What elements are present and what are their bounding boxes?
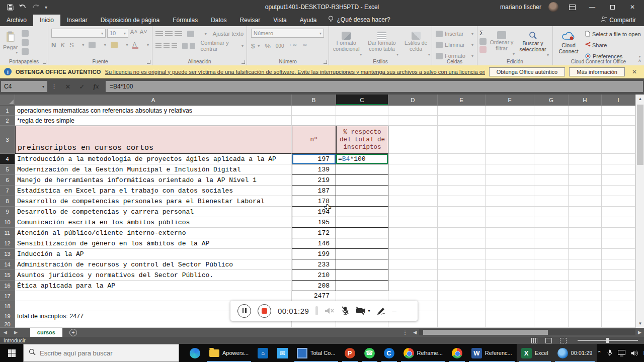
cell-H14[interactable] — [569, 259, 602, 270]
close-button[interactable]: ✕ — [626, 2, 639, 12]
cell-H6[interactable] — [569, 175, 602, 186]
warning-message-link[interactable]: Su licencia no es original y puede ser v… — [105, 69, 485, 75]
taskbar-app-word[interactable]: WReferenc... — [467, 344, 517, 362]
cell-C2[interactable] — [336, 116, 388, 126]
cell-C4[interactable]: =B4*100 — [336, 154, 388, 164]
bold-button[interactable]: N — [51, 41, 56, 49]
cell-D16[interactable] — [388, 281, 438, 291]
merge-center-button[interactable]: Combinar y centrar — [200, 40, 237, 52]
cell-F14[interactable] — [486, 259, 534, 270]
cell-H2[interactable] — [569, 116, 602, 126]
cell-I10[interactable] — [602, 217, 635, 228]
cell-G7[interactable] — [534, 186, 569, 196]
cell-F2[interactable] — [486, 116, 534, 126]
taskbar-app-camtasia[interactable]: C — [379, 344, 399, 362]
cell-D8[interactable] — [388, 196, 438, 207]
cell-D12[interactable] — [388, 238, 438, 249]
tab-formulas[interactable]: Fórmulas — [166, 15, 204, 26]
cell-C6[interactable] — [336, 175, 388, 186]
hscroll-left-icon[interactable]: ◀ — [411, 330, 419, 335]
cell-H1[interactable] — [569, 106, 602, 116]
cell-B11[interactable]: 172 — [292, 228, 336, 238]
tray-expand-icon[interactable]: ⌃ — [597, 350, 601, 356]
taskbar-app-mail[interactable]: ✉ — [273, 344, 292, 362]
cell-G3[interactable] — [534, 126, 569, 154]
cell-E7[interactable] — [438, 186, 486, 196]
borders-icon[interactable] — [89, 42, 96, 48]
cell-H17[interactable] — [569, 291, 602, 301]
sheet-tab-cursos[interactable]: cursos — [30, 328, 62, 337]
cell-C8[interactable] — [336, 196, 388, 207]
taskbar-app-chrome[interactable] — [447, 344, 467, 362]
fill-color-icon[interactable] — [111, 42, 118, 48]
tray-volume-icon[interactable] — [631, 350, 638, 356]
cell-B4[interactable]: 197 — [292, 154, 336, 164]
horizontal-scroll-thumb[interactable] — [423, 330, 548, 335]
align-top-icon[interactable] — [155, 31, 163, 37]
copy-icon[interactable] — [22, 39, 29, 46]
cell-E18[interactable] — [438, 301, 486, 311]
cell-B20[interactable] — [292, 321, 336, 328]
align-bottom-icon[interactable] — [175, 31, 182, 37]
zoom-slider-handle[interactable] — [606, 338, 609, 343]
row-header-20[interactable]: 20 — [0, 321, 15, 328]
row-header-9[interactable]: 9 — [0, 207, 15, 217]
cell-A15[interactable]: Asuntos jurídicos y normativos del Secto… — [15, 270, 292, 281]
column-header-D[interactable]: D — [388, 95, 438, 106]
cell-G12[interactable] — [534, 238, 569, 249]
cell-D13[interactable] — [388, 249, 438, 259]
warning-close-icon[interactable]: ✕ — [629, 68, 640, 75]
cell-B3[interactable]: nº — [292, 126, 336, 154]
font-dialog-launcher[interactable] — [147, 60, 150, 64]
cell-F3[interactable] — [486, 126, 534, 154]
column-header-G[interactable]: G — [534, 95, 569, 106]
cell-C3[interactable]: % respecto del total de inscriptos — [336, 126, 388, 154]
more-info-button[interactable]: Más información — [569, 67, 625, 76]
cell-E5[interactable] — [438, 164, 486, 175]
cell-I4[interactable] — [602, 154, 635, 164]
font-size-combo[interactable]: 10▾ — [107, 29, 128, 38]
cell-I8[interactable] — [602, 196, 635, 207]
cell-A20[interactable] — [15, 321, 292, 328]
row-header-18[interactable]: 18 — [0, 301, 15, 311]
cell-C12[interactable] — [336, 238, 388, 249]
cloud-open-button[interactable]: Select a file to open — [592, 31, 641, 37]
cell-styles-button[interactable]: Estilos de celda▾ — [402, 29, 430, 58]
row-header-13[interactable]: 13 — [0, 249, 15, 259]
cell-G8[interactable] — [534, 196, 569, 207]
start-button[interactable] — [0, 344, 23, 362]
decrease-decimal-icon[interactable]: ·⁰⁰⁻ — [301, 43, 309, 48]
cell-F20[interactable] — [486, 321, 534, 328]
cell-G4[interactable] — [534, 154, 569, 164]
find-select-button[interactable]: Buscar y seleccionar▾ — [517, 28, 549, 58]
cell-I5[interactable] — [602, 164, 635, 175]
cell-A16[interactable]: Ética aplicada para la AP — [15, 281, 292, 291]
user-avatar[interactable] — [548, 2, 558, 12]
cell-I9[interactable] — [602, 207, 635, 217]
row-header-7[interactable]: 7 — [0, 186, 15, 196]
cell-A9[interactable]: Desarrollo de competencias y carrera per… — [15, 207, 292, 217]
cell-I16[interactable] — [602, 281, 635, 291]
cell-G1[interactable] — [534, 106, 569, 116]
cell-H4[interactable] — [569, 154, 602, 164]
decrease-font-icon[interactable]: A˅ — [139, 29, 147, 38]
cell-F5[interactable] — [486, 164, 534, 175]
cell-H3[interactable] — [569, 126, 602, 154]
cell-H9[interactable] — [569, 207, 602, 217]
cell-F18[interactable] — [486, 301, 534, 311]
cell-C15[interactable] — [336, 270, 388, 281]
cell-C13[interactable] — [336, 249, 388, 259]
taskbar-search[interactable] — [23, 344, 179, 362]
new-sheet-icon[interactable]: + — [69, 329, 77, 336]
cell-G2[interactable] — [534, 116, 569, 126]
row-header-14[interactable]: 14 — [0, 259, 15, 270]
cell-D4[interactable] — [388, 154, 438, 164]
cell-H12[interactable] — [569, 238, 602, 249]
insert-cells-button[interactable]: Insertar — [445, 31, 463, 37]
row-header-12[interactable]: 12 — [0, 238, 15, 249]
column-header-B[interactable]: B — [292, 95, 336, 106]
cell-B16[interactable]: 208 — [292, 281, 336, 291]
normal-view-icon[interactable] — [531, 338, 537, 343]
tab-insertar[interactable]: Insertar — [60, 15, 94, 26]
cell-D6[interactable] — [388, 175, 438, 186]
